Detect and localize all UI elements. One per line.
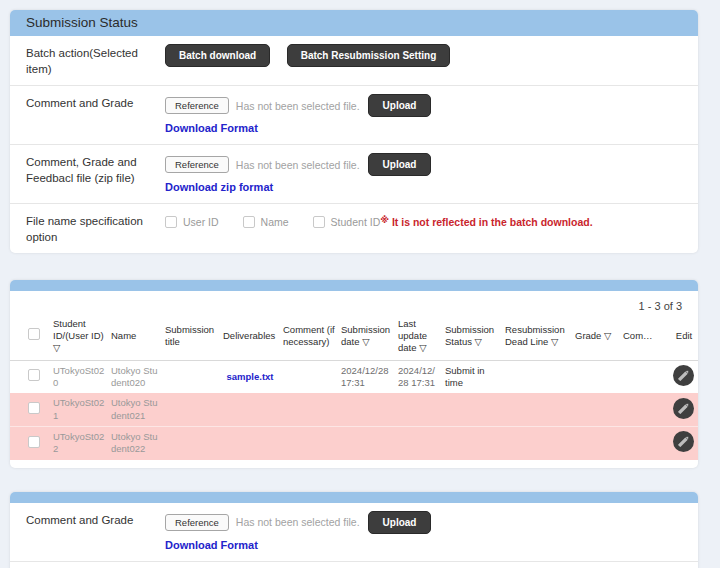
submission-title-cell <box>162 427 220 460</box>
col-submission-status[interactable]: Submission Status ▽ <box>442 314 502 360</box>
edit-pencil-icon[interactable] <box>673 398 694 419</box>
file-name-option-label: File name specification option <box>26 212 165 245</box>
download-zip-format-link[interactable]: Download zip format <box>165 181 273 193</box>
col-last-update-date[interactable]: Last update date ▽ <box>395 314 442 360</box>
upload-button[interactable]: Upload <box>368 153 432 176</box>
grade-cell <box>572 393 620 426</box>
row-checkbox[interactable] <box>28 369 40 381</box>
col-resubmission-dead-line[interactable]: Resubmission Dead Line ▽ <box>502 314 572 360</box>
table-header-row: Student ID/(User ID) ▽ Name Submission t… <box>10 314 698 360</box>
submission-table: Student ID/(User ID) ▽ Name Submission t… <box>10 314 698 468</box>
batch-action-row: Batch action(Selected item) Batch downlo… <box>10 36 698 86</box>
name-cell: Utokyo Student022 <box>108 427 162 460</box>
resubmission-dead-line-cell <box>502 393 572 426</box>
submission-status-cell <box>442 393 502 426</box>
col-submission-date[interactable]: Submission date ▽ <box>338 314 395 360</box>
row-checkbox[interactable] <box>28 436 40 448</box>
col-comment: Comment (if necessary) <box>280 314 338 360</box>
download-format-link[interactable]: Download Format <box>165 122 258 134</box>
no-file-text: Has not been selected file. <box>236 100 360 112</box>
panel-top-bar <box>10 492 698 503</box>
comment-cell <box>280 427 338 460</box>
submission-table-panel: 1 - 3 of 3 Student ID/(User ID) ▽ Name S… <box>10 280 698 468</box>
col-comment-short: Com… <box>620 314 670 360</box>
comment-grade-label: Comment and Grade <box>26 511 165 529</box>
deliverables-cell <box>220 393 280 426</box>
comment-short-cell <box>620 427 670 460</box>
comment-grade-zip-row: Comment, Grade and Feedbacl file (zip fi… <box>10 145 698 204</box>
col-submission-title: Submission title <box>162 314 220 360</box>
bottom-upload-panel: Comment and Grade Reference Has not been… <box>10 492 698 568</box>
comment-short-cell <box>620 360 670 393</box>
col-student-id[interactable]: Student ID/(User ID) ▽ <box>50 314 108 360</box>
reference-button[interactable]: Reference <box>165 156 229 173</box>
name-cell: Utokyo Student020 <box>108 360 162 393</box>
last-update-date-cell <box>395 393 442 426</box>
comment-short-cell <box>620 393 670 426</box>
submission-status-panel: Submission Status Batch action(Selected … <box>10 10 698 253</box>
name-checkbox[interactable] <box>243 216 255 228</box>
submission-title-cell <box>162 393 220 426</box>
student-id-cell: UTokyoSt020 <box>50 360 108 393</box>
panel-title: Submission Status <box>10 10 698 36</box>
col-deliverables: Deliverables <box>220 314 280 360</box>
last-update-date-cell <box>395 427 442 460</box>
file-name-option-row: File name specification option User ID N… <box>10 204 698 253</box>
batch-download-button[interactable]: Batch download <box>165 44 270 67</box>
reference-button[interactable]: Reference <box>165 514 229 531</box>
user-id-checkbox-label: User ID <box>183 216 219 228</box>
submission-status-cell: Submit in time <box>442 360 502 393</box>
submission-date-cell <box>338 427 395 460</box>
comment-grade-zip-row: Comment, Grade and Feedbacl file (zip fi… <box>10 562 698 568</box>
comment-cell <box>280 360 338 393</box>
grade-cell <box>572 360 620 393</box>
user-id-checkbox[interactable] <box>165 216 177 228</box>
resubmission-dead-line-cell <box>502 360 572 393</box>
deliverables-cell <box>220 427 280 460</box>
student-id-checkbox[interactable] <box>313 216 325 228</box>
student-id-cell: UTokyoSt022 <box>50 427 108 460</box>
edit-pencil-icon[interactable] <box>673 431 694 452</box>
comment-grade-label: Comment and Grade <box>26 94 165 112</box>
select-all-checkbox[interactable] <box>28 328 40 340</box>
table-row: UTokyoSt021 Utokyo Student021 <box>10 393 698 426</box>
table-row: UTokyoSt022 Utokyo Student022 <box>10 427 698 460</box>
comment-grade-row: Comment and Grade Reference Has not been… <box>10 86 698 145</box>
comment-grade-row: Comment and Grade Reference Has not been… <box>10 503 698 562</box>
upload-button[interactable]: Upload <box>368 511 432 534</box>
resubmission-dead-line-cell <box>502 427 572 460</box>
student-id-checkbox-label: Student ID <box>331 216 381 228</box>
col-grade[interactable]: Grade ▽ <box>572 314 620 360</box>
no-file-text: Has not been selected file. <box>236 159 360 171</box>
batch-resubmission-setting-button[interactable]: Batch Resubmission Setting <box>287 44 451 67</box>
deliverable-file-link[interactable]: sample.txt <box>227 371 274 382</box>
submission-title-cell <box>162 360 220 393</box>
note-asterisk: ※ <box>380 215 389 225</box>
col-edit: Edit <box>670 314 698 360</box>
row-checkbox[interactable] <box>28 402 40 414</box>
name-checkbox-label: Name <box>261 216 289 228</box>
no-file-text: Has not been selected file. <box>236 516 360 528</box>
reference-button[interactable]: Reference <box>165 97 229 114</box>
comment-grade-zip-label: Comment, Grade and Feedbacl file (zip fi… <box>26 153 165 186</box>
submission-status-cell <box>442 427 502 460</box>
table-row: UTokyoSt020 Utokyo Student020 sample.txt… <box>10 360 698 393</box>
download-format-link[interactable]: Download Format <box>165 539 258 551</box>
last-update-date-cell: 2024/12/28 17:31 <box>395 360 442 393</box>
upload-button[interactable]: Upload <box>368 94 432 117</box>
pagination-info: 1 - 3 of 3 <box>10 291 698 314</box>
submission-date-cell: 2024/12/28 17:31 <box>338 360 395 393</box>
edit-pencil-icon[interactable] <box>673 365 694 386</box>
comment-cell <box>280 393 338 426</box>
submission-date-cell <box>338 393 395 426</box>
batch-action-label: Batch action(Selected item) <box>26 44 165 77</box>
batch-download-note: ※ It is not reflected in the batch downl… <box>380 215 592 228</box>
panel-top-bar <box>10 280 698 291</box>
student-id-cell: UTokyoSt021 <box>50 393 108 426</box>
col-name: Name <box>108 314 162 360</box>
grade-cell <box>572 427 620 460</box>
name-cell: Utokyo Student021 <box>108 393 162 426</box>
